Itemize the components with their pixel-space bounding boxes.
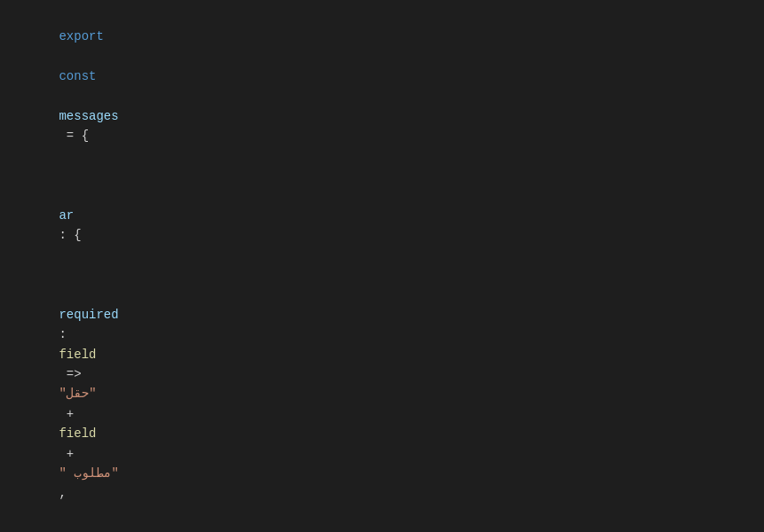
param-field: field	[59, 348, 96, 362]
key-ar: ar	[59, 208, 74, 223]
code-line-1: export const messages = {	[0, 7, 764, 166]
keyword-const: const	[59, 69, 96, 83]
code-line-3: required : field => "حقل" + field + " مط…	[0, 265, 764, 523]
code-line-4: alpha : field => field + " يجب ان يحتوي …	[0, 523, 764, 532]
identifier-messages: messages	[59, 109, 118, 123]
keyword-export: export	[59, 29, 103, 43]
key-required: required	[59, 308, 118, 322]
code-line-2: ar : {	[0, 166, 764, 265]
code-editor: export const messages = { ar : { require…	[0, 0, 764, 532]
string-required: "حقل"	[59, 387, 96, 401]
